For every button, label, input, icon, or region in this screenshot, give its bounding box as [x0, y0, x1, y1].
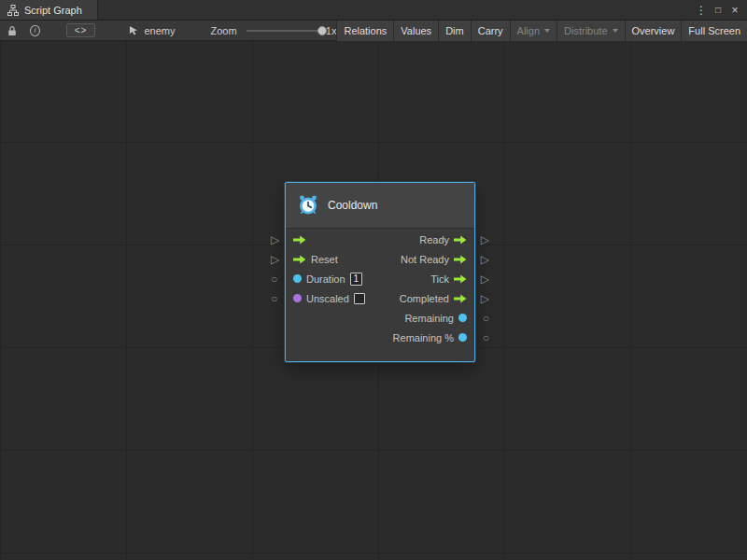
completed-port-icon[interactable]	[454, 294, 467, 303]
value-output-connector-icon[interactable]: ○	[483, 332, 489, 343]
value-output-connector-icon[interactable]: ○	[483, 313, 489, 324]
toolbar-button-group: Relations Values Dim Carry Align Distrib…	[336, 21, 747, 41]
code-preview-button[interactable]: <>	[66, 23, 96, 37]
zoom-value: 1x	[326, 25, 337, 36]
tick-port-label: Tick	[430, 273, 449, 285]
cooldown-node[interactable]: Cooldown ▷ Ready	[285, 182, 475, 362]
port-row: ○ Unscaled Completed ▷	[286, 288, 474, 308]
chevron-down-icon	[544, 29, 550, 33]
overview-label: Overview	[632, 25, 675, 36]
remaining-pct-port-label: Remaining %	[393, 332, 454, 343]
flow-input-connector-icon[interactable]: ▷	[271, 234, 279, 245]
port-row: ▷ Reset Not Ready ▷	[286, 249, 474, 269]
zoom-slider-track[interactable]	[247, 30, 318, 32]
port-row: Remaining ○	[286, 308, 474, 328]
overview-button[interactable]: Overview	[625, 21, 682, 41]
duration-port-icon[interactable]	[293, 274, 302, 283]
unscaled-port-label: Unscaled	[306, 293, 349, 304]
window-controls: ⋮ □ ×	[693, 0, 747, 20]
chevron-down-icon	[613, 29, 618, 33]
tab-script-graph[interactable]: Script Graph	[0, 0, 98, 20]
flow-input-connector-icon[interactable]: ▷	[271, 254, 279, 265]
remaining-port-label: Remaining	[404, 313, 454, 324]
port-row: ○ Duration 1 Tick ▷	[286, 269, 474, 288]
window-close-icon[interactable]: ×	[726, 1, 743, 20]
cooldown-node-header[interactable]: Cooldown	[286, 183, 474, 229]
not-ready-port-icon[interactable]	[454, 255, 467, 264]
window-maximize-icon[interactable]: □	[710, 1, 726, 20]
window-menu-icon[interactable]: ⋮	[693, 1, 710, 20]
duration-value-field[interactable]: 1	[350, 273, 363, 286]
distribute-dropdown-button[interactable]: Distribute	[557, 21, 624, 41]
flow-output-connector-icon[interactable]: ▷	[481, 293, 489, 304]
alarm-clock-icon	[297, 194, 319, 217]
cooldown-node-body: ▷ Ready ▷ ▷	[286, 229, 474, 361]
align-dropdown-button[interactable]: Align	[510, 21, 557, 41]
carry-label: Carry	[478, 25, 503, 36]
graph-target[interactable]: enemy	[129, 25, 175, 36]
port-row: Remaining % ○	[286, 328, 474, 347]
flow-output-connector-icon[interactable]: ▷	[481, 234, 489, 245]
remaining-port-icon[interactable]	[458, 314, 467, 322]
flow-output-connector-icon[interactable]: ▷	[481, 254, 489, 265]
port-row: ▷ Ready ▷	[286, 230, 474, 249]
pointer-icon	[129, 25, 139, 35]
values-button[interactable]: Values	[393, 21, 438, 41]
ready-port-label: Ready	[419, 234, 449, 245]
value-input-connector-icon[interactable]: ○	[271, 273, 277, 285]
remaining-pct-port-icon[interactable]	[458, 333, 467, 342]
unscaled-port-icon[interactable]	[293, 294, 302, 302]
graph-toolbar: i <> enemy Zoom 1x Relations Values Dim …	[0, 21, 747, 41]
flow-enter-port-icon[interactable]	[293, 235, 306, 245]
relations-label: Relations	[344, 25, 387, 36]
graph-canvas[interactable]: Cooldown ▷ Ready	[0, 41, 747, 560]
zoom-slider-handle[interactable]	[317, 26, 327, 35]
values-label: Values	[401, 25, 431, 36]
dim-label: Dim	[445, 25, 464, 36]
duration-port-label: Duration	[306, 273, 345, 285]
unscaled-checkbox[interactable]	[354, 293, 365, 304]
lock-icon[interactable]	[4, 21, 21, 41]
title-bar: Script Graph ⋮ □ ×	[0, 0, 747, 21]
tab-label: Script Graph	[24, 5, 82, 16]
reset-port-icon[interactable]	[293, 255, 306, 264]
align-label: Align	[517, 25, 540, 36]
node-title: Cooldown	[328, 199, 377, 212]
full-screen-button[interactable]: Full Screen	[681, 21, 747, 41]
completed-port-label: Completed	[400, 293, 449, 304]
flow-output-connector-icon[interactable]: ▷	[481, 273, 489, 285]
script-graph-window: Script Graph ⋮ □ × i <> enemy Zoom	[0, 0, 747, 560]
reset-port-label: Reset	[311, 254, 338, 265]
ready-port-icon[interactable]	[454, 235, 467, 245]
info-icon[interactable]: i	[30, 25, 40, 36]
relations-button[interactable]: Relations	[336, 21, 393, 41]
script-graph-icon	[7, 5, 19, 16]
distribute-label: Distribute	[564, 25, 607, 36]
zoom-slider[interactable]	[247, 25, 318, 36]
not-ready-port-label: Not Ready	[401, 254, 449, 265]
zoom-label: Zoom	[210, 25, 236, 36]
tick-port-icon[interactable]	[454, 274, 467, 284]
dim-button[interactable]: Dim	[438, 21, 471, 41]
graph-target-label: enemy	[144, 25, 175, 36]
value-input-connector-icon[interactable]: ○	[271, 293, 277, 304]
carry-button[interactable]: Carry	[471, 21, 510, 41]
full-screen-label: Full Screen	[688, 25, 740, 36]
